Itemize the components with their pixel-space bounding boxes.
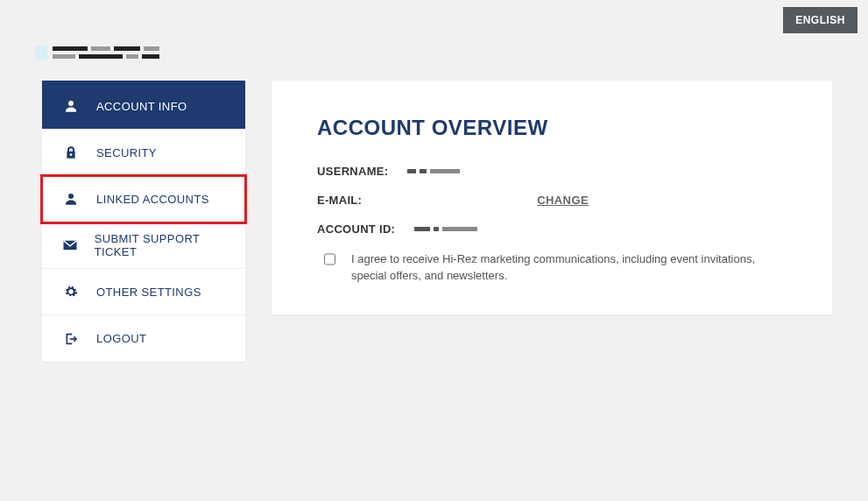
username-value (407, 169, 460, 173)
marketing-consent-checkbox[interactable] (324, 253, 335, 265)
sidebar-item-label: ACCOUNT INFO (96, 100, 187, 113)
field-account-id: ACCOUNT ID: (317, 222, 787, 236)
sidebar-item-other-settings[interactable]: OTHER SETTINGS (42, 269, 245, 315)
logout-icon (61, 332, 81, 346)
sidebar: ACCOUNT INFO SECURITY LINKED ACCOUNTS SU… (42, 81, 245, 362)
svg-point-0 (68, 101, 74, 106)
change-email-link[interactable]: CHANGE (537, 194, 589, 207)
sidebar-item-label: SUBMIT SUPPORT TICKET (95, 232, 229, 258)
person-icon (61, 191, 81, 207)
sidebar-item-label: LOGOUT (96, 332, 146, 345)
sidebar-item-security[interactable]: SECURITY (42, 130, 245, 176)
accountid-value (414, 227, 477, 231)
person-icon (61, 98, 81, 114)
accountid-label: ACCOUNT ID: (317, 222, 395, 236)
username-label: USERNAME: (317, 165, 388, 178)
field-email: E-MAIL: CHANGE (317, 194, 589, 207)
sidebar-item-label: OTHER SETTINGS (96, 286, 201, 299)
marketing-consent: I agree to receive Hi-Rez marketing comm… (317, 251, 787, 285)
sidebar-item-linked-accounts[interactable]: LINKED ACCOUNTS (42, 176, 245, 222)
svg-point-1 (68, 194, 74, 199)
sidebar-item-account-info[interactable]: ACCOUNT INFO (42, 83, 245, 130)
brand-logo (35, 44, 193, 61)
lock-icon (61, 145, 81, 159)
mail-icon (61, 239, 79, 251)
marketing-consent-text: I agree to receive Hi-Rez marketing comm… (351, 251, 787, 285)
panel-title: ACCOUNT OVERVIEW (317, 116, 787, 140)
sidebar-item-logout[interactable]: LOGOUT (42, 315, 245, 362)
sidebar-item-label: LINKED ACCOUNTS (96, 193, 209, 206)
account-overview-panel: ACCOUNT OVERVIEW USERNAME: E-MAIL: CHANG… (272, 81, 832, 314)
sidebar-item-support-ticket[interactable]: SUBMIT SUPPORT TICKET (42, 222, 245, 269)
field-username: USERNAME: (317, 165, 787, 178)
gear-icon (61, 285, 81, 299)
sidebar-item-label: SECURITY (96, 146, 157, 159)
language-button[interactable]: ENGLISH (783, 7, 857, 33)
email-label: E-MAIL: (317, 194, 362, 207)
